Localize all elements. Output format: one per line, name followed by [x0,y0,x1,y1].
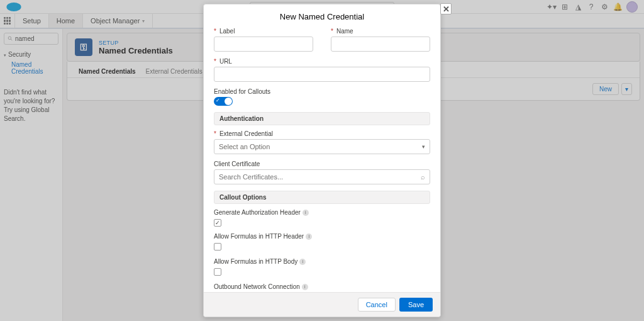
help-icon[interactable]: i [299,259,306,265]
button-label: Cancel [366,301,387,308]
save-button[interactable]: Save [399,298,433,312]
label-allow-formulas-body: Allow Formulas in HTTP Bodyi [214,258,430,265]
label-label: Label [214,28,313,35]
button-label: Save [408,301,424,308]
check-icon: ✓ [216,98,220,103]
modal-footer: Cancel Save [204,292,440,317]
new-named-credential-modal: ✕ New Named Credential Label Name URL En… [203,4,441,317]
label-enabled-callouts: Enabled for Callouts [214,88,430,95]
toggle-knob [225,98,232,105]
help-icon[interactable]: i [302,284,308,290]
cancel-button[interactable]: Cancel [358,298,396,312]
section-callout-options: Callout Options [214,191,430,204]
allow-formulas-body-checkbox[interactable] [214,268,221,276]
external-credential-select[interactable]: Select an Option ▾ [214,139,430,154]
url-input[interactable] [214,67,430,82]
modal-title: New Named Credential [204,4,440,28]
allow-formulas-header-checkbox[interactable] [214,243,221,251]
search-icon: ⌕ [421,173,425,181]
label-gen-auth-header: Generate Authorization Headeri [214,209,430,216]
close-icon: ✕ [443,4,450,14]
close-button[interactable]: ✕ [440,3,452,14]
label-outbound-connection: Outbound Network Connectioni [214,283,430,290]
select-value: Select an Option [219,143,270,150]
section-authentication: Authentication [214,112,430,125]
help-icon[interactable]: i [306,234,312,240]
name-input[interactable] [331,37,430,52]
label-input[interactable] [214,37,313,52]
label-name: Name [331,28,430,35]
label-allow-formulas-header: Allow Formulas in HTTP Headeri [214,233,430,240]
client-certificate-input[interactable] [214,169,430,184]
modal-backdrop: ✕ New Named Credential Label Name URL En… [0,0,644,321]
gen-auth-header-checkbox[interactable]: ✓ [214,219,221,227]
label-external-credential: External Credential [214,130,430,137]
label-url: URL [214,58,430,65]
enabled-callouts-toggle[interactable]: ✓ [214,97,233,106]
chevron-down-icon: ▾ [422,144,425,150]
help-icon[interactable]: i [303,210,309,216]
label-client-certificate: Client Certificate [214,160,430,167]
